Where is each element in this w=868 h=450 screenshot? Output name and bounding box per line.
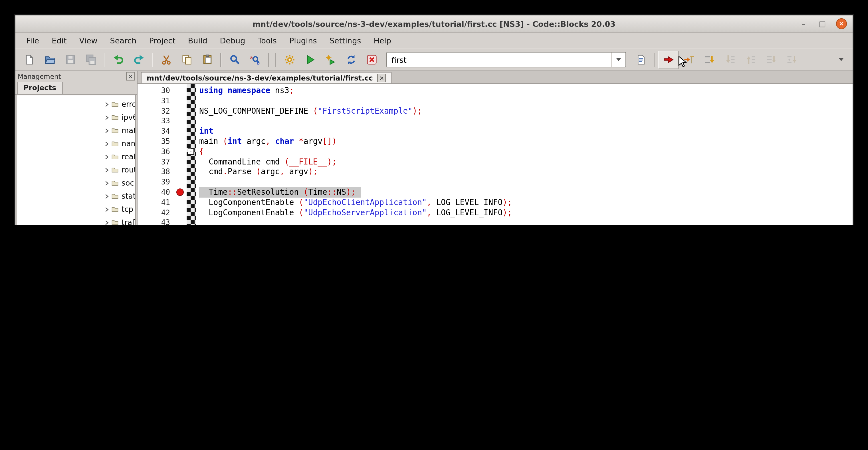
- project-tree[interactable]: erroipv6matnamrealroutsockstattcptrafltu…: [17, 95, 136, 225]
- build-button[interactable]: [279, 51, 300, 69]
- expander-right-icon[interactable]: [103, 113, 111, 121]
- compile-current-file-button[interactable]: [630, 51, 651, 69]
- line-number[interactable]: 40: [137, 187, 175, 198]
- step-into-button[interactable]: [720, 51, 740, 69]
- menu-tools[interactable]: Tools: [251, 34, 283, 48]
- code-editor[interactable]: 30using namespace ns3;3132NS_LOG_COMPONE…: [137, 84, 852, 225]
- maximize-button[interactable]: □: [817, 19, 828, 29]
- line-number[interactable]: 43: [137, 218, 175, 225]
- editor-margin[interactable]: [175, 177, 199, 187]
- line-number[interactable]: 33: [137, 116, 175, 126]
- tree-item-rout[interactable]: rout: [17, 163, 135, 176]
- replace-button[interactable]: ab: [245, 51, 266, 69]
- paste-button[interactable]: [197, 51, 217, 69]
- run-button[interactable]: [300, 51, 320, 69]
- line-number[interactable]: 34: [137, 126, 175, 137]
- find-button[interactable]: [224, 51, 245, 69]
- close-button[interactable]: ×: [836, 18, 847, 29]
- tree-item-real[interactable]: real: [17, 150, 135, 163]
- line-number[interactable]: 32: [137, 106, 175, 116]
- next-line-button[interactable]: [699, 51, 720, 69]
- editor-margin[interactable]: [175, 96, 199, 106]
- editor-margin[interactable]: [175, 147, 199, 157]
- tree-item-ipv6[interactable]: ipv6: [17, 111, 135, 124]
- abort-build-button[interactable]: [361, 51, 382, 69]
- expander-right-icon[interactable]: [103, 179, 111, 187]
- editor-tab-first-cc[interactable]: mnt/dev/tools/source/ns-3-dev/examples/t…: [141, 72, 392, 83]
- editor-margin[interactable]: [175, 218, 199, 225]
- line-number[interactable]: 31: [137, 96, 175, 106]
- window-title: mnt/dev/tools/source/ns-3-dev/examples/t…: [16, 19, 852, 28]
- expander-right-icon[interactable]: [103, 205, 111, 213]
- expander-right-icon[interactable]: [103, 126, 111, 134]
- editor-margin[interactable]: [175, 198, 199, 208]
- new-file-button[interactable]: [19, 51, 39, 69]
- menu-help[interactable]: Help: [367, 34, 398, 48]
- line-number[interactable]: 35: [137, 137, 175, 147]
- toolbar-separator: [152, 53, 153, 66]
- run-to-cursor-button[interactable]: [679, 51, 699, 69]
- save-all-button[interactable]: [81, 51, 101, 69]
- toolbar-overflow-button[interactable]: [833, 52, 849, 68]
- tree-item-stat[interactable]: stat: [17, 189, 135, 203]
- expander-right-icon[interactable]: [103, 100, 111, 108]
- line-number[interactable]: 36: [137, 147, 175, 157]
- titlebar[interactable]: mnt/dev/tools/source/ns-3-dev/examples/t…: [16, 16, 852, 33]
- line-number[interactable]: 41: [137, 198, 175, 208]
- line-number[interactable]: 37: [137, 157, 175, 167]
- editor-margin[interactable]: [175, 86, 199, 96]
- expander-right-icon[interactable]: [103, 218, 111, 225]
- copy-button[interactable]: [176, 51, 197, 69]
- menu-project[interactable]: Project: [143, 34, 182, 48]
- tab-projects[interactable]: Projects: [17, 82, 62, 94]
- management-close-icon[interactable]: ×: [126, 72, 135, 81]
- search-combobox[interactable]: [386, 52, 626, 67]
- redo-button[interactable]: [128, 51, 149, 69]
- editor-margin[interactable]: [175, 106, 199, 116]
- expander-right-icon[interactable]: [103, 140, 111, 148]
- editor-margin[interactable]: [175, 167, 199, 177]
- editor-tab-close-icon[interactable]: ×: [377, 74, 386, 82]
- tree-item-nam[interactable]: nam: [17, 137, 135, 150]
- menu-file[interactable]: File: [20, 34, 45, 48]
- search-input[interactable]: [387, 55, 611, 64]
- line-number[interactable]: 30: [137, 86, 175, 96]
- fold-marker-icon[interactable]: -: [188, 148, 194, 155]
- tree-item-trafl[interactable]: trafl: [17, 216, 135, 225]
- debug-continue-button[interactable]: [658, 51, 679, 69]
- next-instruction-button[interactable]: [761, 51, 781, 69]
- menu-plugins[interactable]: Plugins: [283, 34, 323, 48]
- rebuild-button[interactable]: [341, 51, 361, 69]
- menu-search[interactable]: Search: [104, 34, 143, 48]
- menu-debug[interactable]: Debug: [214, 34, 252, 48]
- search-chevron-down-icon[interactable]: [611, 53, 625, 67]
- menu-view[interactable]: View: [73, 34, 104, 48]
- save-button[interactable]: [60, 51, 81, 69]
- expander-right-icon[interactable]: [103, 153, 111, 161]
- expander-right-icon[interactable]: [103, 192, 111, 200]
- line-number[interactable]: 42: [137, 208, 175, 218]
- tree-item-tcp[interactable]: tcp: [17, 203, 135, 216]
- open-file-button[interactable]: [39, 51, 60, 69]
- menu-edit[interactable]: Edit: [45, 34, 73, 48]
- menu-build[interactable]: Build: [182, 34, 214, 48]
- editor-margin[interactable]: [175, 126, 199, 137]
- step-into-instruction-button[interactable]: [781, 51, 802, 69]
- line-number[interactable]: 39: [137, 177, 175, 187]
- menu-settings[interactable]: Settings: [323, 34, 368, 48]
- breakpoint-icon[interactable]: [176, 188, 184, 196]
- expander-right-icon[interactable]: [103, 166, 111, 174]
- tree-item-sock[interactable]: sock: [17, 176, 135, 189]
- editor-margin[interactable]: [175, 116, 199, 126]
- tree-item-mat[interactable]: mat: [17, 124, 135, 137]
- cut-button[interactable]: [156, 51, 176, 69]
- undo-button[interactable]: [108, 51, 128, 69]
- minimize-button[interactable]: –: [798, 19, 809, 29]
- tree-item-erro[interactable]: erro: [17, 98, 135, 111]
- line-number[interactable]: 38: [137, 167, 175, 177]
- step-out-button[interactable]: [740, 51, 761, 69]
- build-and-run-button[interactable]: [320, 51, 341, 69]
- editor-margin[interactable]: [175, 208, 199, 218]
- editor-margin[interactable]: [175, 137, 199, 147]
- editor-margin[interactable]: [175, 157, 199, 167]
